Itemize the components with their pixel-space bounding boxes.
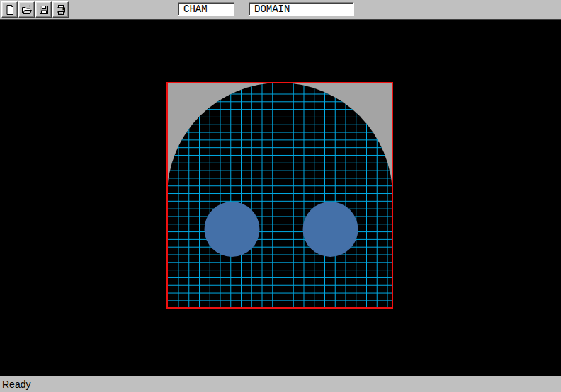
blockage-circle[interactable] <box>303 202 358 257</box>
save-button[interactable] <box>35 1 52 18</box>
toolbar: CHAM DOMAIN <box>0 0 561 20</box>
print-icon <box>55 4 67 16</box>
status-text: Ready <box>2 379 30 390</box>
domain-dome-region <box>167 83 392 308</box>
open-button[interactable] <box>18 1 35 18</box>
scene-svg[interactable] <box>0 20 561 376</box>
save-icon <box>38 4 50 16</box>
new-document-icon <box>4 4 16 16</box>
open-folder-icon <box>21 4 33 16</box>
domain-field[interactable]: DOMAIN <box>249 2 354 16</box>
status-bar: Ready <box>0 376 561 392</box>
cham-field[interactable]: CHAM <box>178 2 234 16</box>
blockage-circle[interactable] <box>205 202 260 257</box>
new-button[interactable] <box>1 1 18 18</box>
app-window: CHAM DOMAIN Ready <box>0 0 561 392</box>
print-button[interactable] <box>52 1 69 18</box>
drawing-viewport[interactable] <box>0 20 561 376</box>
